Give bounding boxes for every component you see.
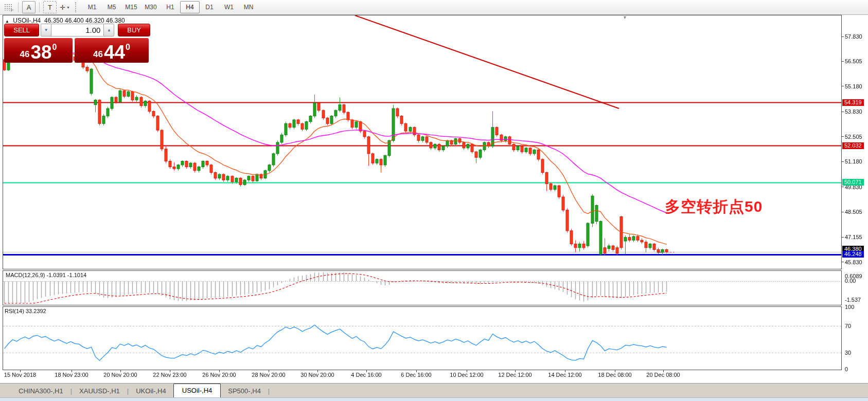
price-axis-tick (842, 61, 844, 62)
time-axis-tick (663, 370, 664, 372)
time-axis-tick (120, 370, 121, 372)
price-axis-tick (842, 86, 844, 86)
price-axis-label: 48.505 (845, 209, 862, 215)
price-axis-label: 55.180 (845, 83, 862, 89)
sell-price-prefix: 46 (20, 49, 30, 60)
time-axis-label: 20 Dec 08:00 (646, 372, 680, 378)
price-axis-tick (842, 37, 844, 37)
price-level-badge: 50.071 (842, 179, 864, 186)
price-axis-tick (842, 112, 844, 112)
symbol-name: USOil-,H4 (13, 17, 41, 24)
price-axis-label: 51.180 (845, 158, 862, 165)
macd-values: -1.0391 -1.1014 (46, 272, 86, 278)
price-axis-tick (842, 262, 844, 262)
time-axis-tick (467, 370, 467, 372)
chart-tab-bar: CHINA300-,H1|XAUUSD-,H1|UKOil-,H4USOil-,… (0, 383, 868, 397)
volume-increase-button[interactable]: ▲ (103, 24, 114, 37)
macd-axis-label: 0.00 (845, 278, 856, 284)
price-axis-label: 52.505 (845, 134, 862, 140)
time-axis-label: 22 Nov 23:00 (153, 372, 186, 378)
time-axis-tick (269, 370, 269, 372)
price-axis-tick (842, 161, 844, 162)
time-axis-label: 15 Nov 2018 (4, 372, 36, 378)
symbol-ohlc-values: 46.350 46.400 46.320 46.380 (44, 17, 125, 24)
time-axis-label: 14 Dec 12:00 (548, 372, 581, 378)
time-axis-tick (20, 370, 21, 372)
time-axis-tick (366, 370, 367, 372)
arrow-up-icon: ▲ (107, 28, 111, 32)
time-axis-label: 20 Nov 20:00 (103, 372, 137, 378)
chart-tab-usoilh4[interactable]: USOil-,H4 (173, 384, 221, 397)
time-axis-label: 18 Dec 08:00 (598, 372, 631, 378)
rsi-axis-label: 100 (845, 304, 854, 310)
tab-separator: | (268, 385, 270, 397)
chart-tab-xauusdh1[interactable]: XAUUSD-,H1 (72, 385, 127, 397)
time-axis-tick (72, 370, 72, 372)
buy-price-sup: 0 (126, 43, 130, 52)
time-axis-tick (515, 370, 516, 372)
price-axis-label: 45.830 (845, 259, 862, 265)
buy-price-big: 44 (104, 44, 125, 61)
price-axis-label: 47.155 (845, 234, 862, 240)
time-axis-label: 4 Dec 16:00 (351, 372, 381, 378)
chart-annotation-text: 多空转折点50 (665, 196, 763, 217)
time-axis-tick (219, 370, 220, 372)
price-axis-label: 57.830 (845, 33, 862, 40)
chart-shift-marker-icon[interactable]: ▼ (623, 15, 627, 20)
time-axis-tick (317, 370, 318, 372)
time-axis-label: 6 Dec 16:00 (401, 372, 431, 378)
status-bar (0, 397, 868, 401)
buy-price-button[interactable]: 46 44 0 (75, 38, 149, 63)
buy-price-prefix: 46 (93, 49, 103, 60)
volume-decrease-button[interactable]: ▼ (41, 24, 51, 37)
price-level-badge: 52.032 (842, 142, 864, 149)
time-axis-label: 30 Nov 20:00 (300, 372, 334, 378)
price-axis-tick (842, 212, 844, 212)
volume-input[interactable]: 1.00 (51, 24, 103, 37)
chart-tab-sp500h4[interactable]: SP500-,H4 (221, 385, 268, 397)
arrow-down-icon: ▼ (44, 28, 48, 32)
time-axis-tick (615, 370, 615, 372)
price-axis-tick (842, 237, 844, 238)
rsi-indicator-label: RSI(14) 33.2392 (5, 308, 46, 314)
time-axis-label: 18 Nov 23:00 (55, 372, 88, 378)
price-level-badge: 46.248 (842, 251, 864, 258)
rsi-axis-label: 70 (845, 323, 851, 329)
time-axis-tick (170, 370, 170, 372)
time-axis-tick (416, 370, 417, 372)
time-axis-label: 10 Dec 12:00 (450, 372, 483, 378)
time-axis-label: 28 Nov 20:00 (252, 372, 285, 378)
macd-indicator-label: MACD(12,26,9) -1.0391 -1.1014 (6, 272, 86, 278)
time-axis-label: 12 Dec 12:00 (498, 372, 532, 378)
sell-price-button[interactable]: 46 38 0 (4, 38, 73, 63)
symbol-header: ▲ USOil-,H4 46.350 46.400 46.320 46.380 (5, 17, 125, 24)
price-level-badge: 54.319 (842, 99, 864, 106)
price-axis-tick (842, 187, 844, 187)
collapse-triangle-icon[interactable]: ▲ (5, 19, 9, 24)
time-axis-tick (565, 370, 565, 372)
price-axis-label: 56.505 (845, 58, 862, 64)
macd-axis-label: -1.537 (845, 297, 861, 303)
rsi-axis-label: 30 (845, 350, 851, 356)
trading-terminal-window: F A T ✛▼ M1M5M15M30H1H4D1W1MN ▲ USOil-,H… (0, 0, 868, 401)
one-click-trading-panel: SELL ▼ 1.00 ▲ BUY 46 38 0 46 44 0 (4, 24, 150, 63)
rsi-axis-label: 0 (845, 366, 848, 372)
rsi-value: 33.2392 (26, 308, 46, 314)
sell-price-big: 38 (30, 44, 51, 61)
buy-button[interactable]: BUY (118, 24, 150, 37)
sell-button[interactable]: SELL (4, 24, 39, 37)
chart-tab-china300h1[interactable]: CHINA300-,H1 (11, 385, 70, 397)
price-axis-tick (842, 136, 844, 137)
price-axis-label: 53.830 (845, 108, 862, 115)
sell-price-sup: 0 (52, 43, 57, 52)
time-axis-label: 26 Nov 20:00 (202, 372, 236, 378)
chart-tab-ukoilh4[interactable]: UKOil-,H4 (129, 385, 173, 397)
